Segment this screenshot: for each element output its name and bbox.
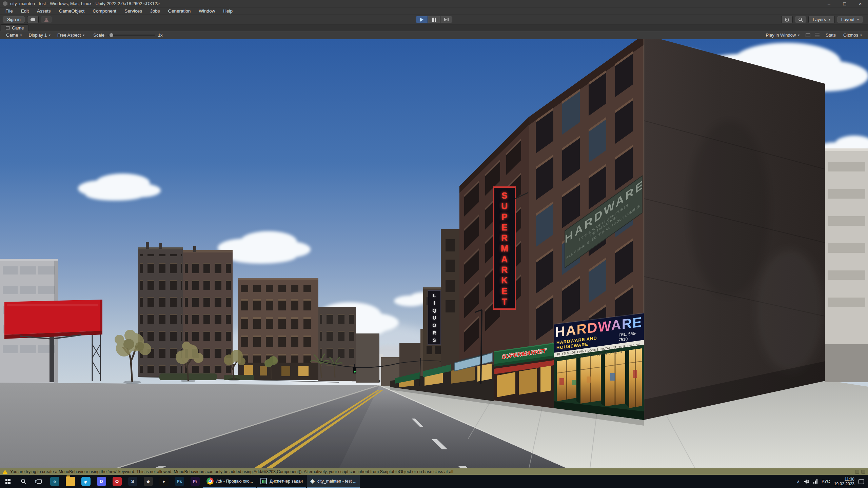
task-manager-icon [260, 478, 267, 484]
taskbar-app-opera[interactable]: O [109, 475, 125, 488]
search-icon [21, 479, 26, 484]
display-dropdown[interactable]: Display 1 ▾ [25, 31, 54, 39]
pause-icon [432, 18, 436, 22]
stats-label: Stats [826, 33, 836, 38]
taskbar-app-file-explorer[interactable] [62, 475, 78, 488]
volume-icon[interactable] [804, 479, 809, 484]
mute-audio-icon[interactable] [806, 33, 810, 37]
undo-history-button[interactable] [781, 16, 793, 23]
unity-hub-icon: ◆ [146, 479, 150, 484]
menu-edit[interactable]: Edit [17, 8, 33, 14]
taskbar-app-unity-hub[interactable]: ◆ [140, 475, 156, 488]
scale-value: 1x [158, 33, 163, 38]
taskbar-app-premiere[interactable]: Pr [187, 475, 203, 488]
unity-window-label: city_mainten - test ... [317, 479, 356, 484]
windows-logo-icon [5, 479, 11, 484]
collab-icon [44, 17, 49, 22]
windows-taskbar: e ▶ D O S ◆ ● Ps Pr /td/ - Прода [0, 475, 868, 488]
chevron-down-icon: ▾ [49, 33, 51, 37]
console-icon[interactable] [855, 470, 859, 474]
menu-file[interactable]: File [1, 8, 17, 14]
gizmos-dropdown[interactable]: Gizmos ▾ [840, 32, 865, 39]
menu-assets[interactable]: Assets [33, 8, 55, 14]
menu-jobs[interactable]: Jobs [146, 8, 164, 14]
unity-window: city_mainten - test - Windows, Mac, Linu… [0, 0, 868, 488]
scale-slider[interactable] [107, 35, 155, 36]
play-button[interactable] [416, 16, 428, 23]
progress-icon[interactable] [861, 470, 865, 474]
discord-icon: D [100, 479, 103, 484]
menu-services[interactable]: Services [120, 8, 146, 14]
scale-slider-thumb[interactable] [110, 33, 113, 37]
obs-icon: ● [162, 479, 165, 484]
vsync-grid-icon[interactable] [815, 33, 820, 37]
sign-in-button[interactable]: Sign in [3, 16, 25, 23]
menu-help[interactable]: Help [219, 8, 237, 14]
taskbar-app-obs[interactable]: ● [156, 475, 172, 488]
search-icon [798, 17, 803, 22]
scale-control: Scale 1x [93, 33, 162, 38]
taskbar-search-button[interactable] [16, 475, 31, 488]
close-button[interactable]: × [852, 0, 868, 7]
search-button[interactable] [795, 16, 806, 23]
minimize-button[interactable]: – [821, 0, 837, 7]
premiere-icon: Pr [193, 479, 197, 484]
language-indicator[interactable]: РУС [822, 479, 830, 484]
chevron-down-icon: ▾ [829, 18, 830, 21]
cloud-services-button[interactable] [27, 16, 39, 23]
clock[interactable]: 11:38 19.02.2023 [834, 477, 854, 486]
chevron-down-icon: ▾ [860, 33, 862, 37]
version-control-button[interactable] [41, 16, 52, 23]
supermarket-sign-board [494, 187, 515, 309]
status-bar-icons [855, 470, 865, 474]
game-toolbar-right: Play in Window ▾ Stats Gizmos ▾ [762, 32, 865, 39]
start-button[interactable] [0, 475, 16, 488]
camera-dropdown[interactable]: Game ▾ [3, 31, 25, 39]
taskbar-window-chrome[interactable]: /td/ - Продаю око... [203, 475, 256, 488]
menu-generation[interactable]: Generation [164, 8, 195, 14]
status-bar[interactable]: You are trying to create a MonoBehaviour… [0, 468, 868, 475]
opera-icon: O [115, 479, 119, 484]
play-in-window-dropdown[interactable]: Play in Window ▾ [762, 32, 803, 39]
menu-bar: File Edit Assets GameObject Component Se… [0, 7, 868, 15]
menu-window[interactable]: Window [195, 8, 219, 14]
network-icon[interactable] [813, 479, 817, 484]
layers-dropdown[interactable]: Layers ▾ [808, 16, 835, 23]
unity-taskbar-icon: ◆ [310, 477, 315, 485]
action-center-icon[interactable] [859, 479, 864, 484]
chevron-down-icon: ▾ [83, 33, 84, 37]
scale-label: Scale [93, 33, 104, 38]
aspect-label: Free Aspect [57, 33, 81, 38]
menu-gameobject[interactable]: GameObject [55, 8, 89, 14]
taskbar-app-discord[interactable]: D [94, 475, 109, 488]
task-view-icon [37, 479, 42, 484]
pause-button[interactable] [428, 16, 440, 23]
taskbar-app-browser[interactable]: e [47, 475, 62, 488]
chevron-down-icon: ▾ [20, 33, 22, 37]
aspect-dropdown[interactable]: Free Aspect ▾ [54, 31, 88, 39]
game-view-icon [6, 26, 10, 29]
taskbar-app-telegram[interactable]: ▶ [78, 475, 94, 488]
game-viewport[interactable]: SUPERMARKET LIQUORS HARDWARE TOOLS WASH … [0, 39, 868, 468]
taskbar-app-steam[interactable]: S [125, 475, 140, 488]
step-button[interactable] [440, 16, 452, 23]
task-view-button[interactable] [31, 475, 47, 488]
window-title: city_mainten - test - Windows, Mac, Linu… [10, 1, 160, 6]
menu-component[interactable]: Component [88, 8, 120, 14]
gizmos-label: Gizmos [843, 33, 858, 38]
window-controls: – □ × [821, 0, 868, 7]
play-in-window-label: Play in Window [766, 33, 796, 38]
layout-dropdown[interactable]: Layout ▾ [837, 16, 863, 23]
tray-expand-icon[interactable]: ∧ [797, 479, 800, 484]
stats-button[interactable]: Stats [822, 32, 839, 39]
status-message: You are trying to create a MonoBehaviour… [10, 469, 453, 474]
taskbar-window-unity[interactable]: ◆ city_mainten - test ... [307, 475, 360, 488]
display-label: Display 1 [28, 33, 46, 38]
file-explorer-icon [66, 477, 75, 486]
tab-game[interactable]: Game [1, 24, 29, 31]
unity-logo-icon [3, 1, 7, 6]
taskbar-window-task-manager[interactable]: Диспетчер задач [257, 475, 306, 488]
maximize-button[interactable]: □ [837, 0, 852, 7]
layers-label: Layers [813, 17, 826, 22]
taskbar-app-photoshop[interactable]: Ps [172, 475, 187, 488]
